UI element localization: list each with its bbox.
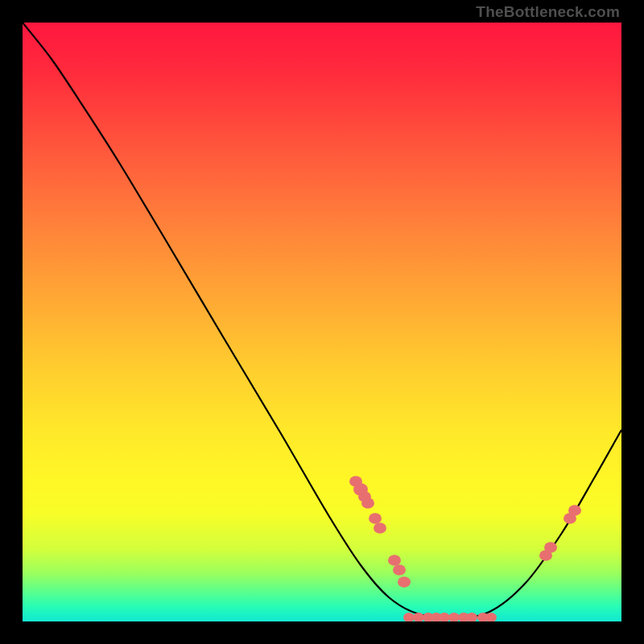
data-marker [374, 522, 386, 534]
data-marker [388, 555, 401, 566]
data-markers-group [349, 476, 581, 621]
data-marker [369, 513, 382, 524]
data-marker [403, 613, 415, 621]
data-marker [398, 576, 411, 588]
data-marker [485, 613, 497, 621]
watermark-label: TheBottleneck.com [476, 3, 620, 21]
data-marker [413, 613, 424, 621]
data-marker [448, 613, 460, 621]
data-marker [439, 613, 450, 621]
chart-svg-layer [23, 23, 621, 621]
data-marker [466, 613, 477, 621]
data-marker [361, 497, 374, 509]
data-marker [544, 542, 557, 553]
bottleneck-curve [23, 23, 621, 618]
chart-plot-area [23, 23, 621, 621]
data-marker [568, 505, 581, 516]
data-marker [393, 564, 406, 576]
